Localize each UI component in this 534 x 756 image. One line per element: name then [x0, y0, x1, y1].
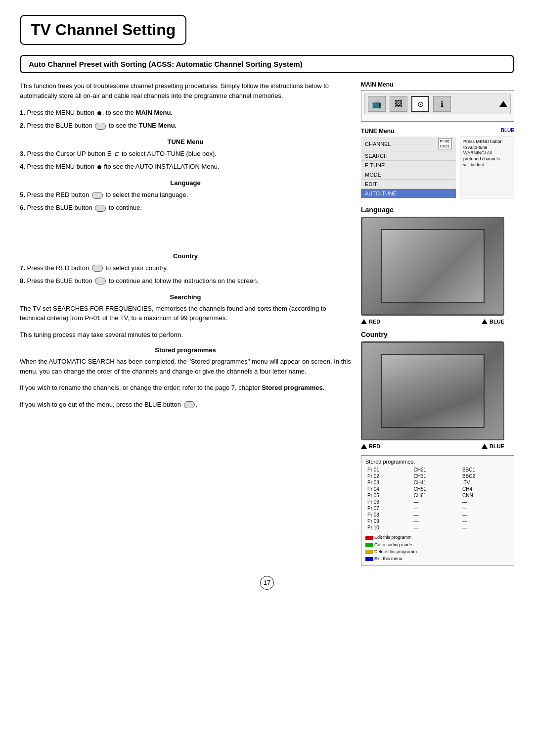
- searching-heading: Searching: [20, 293, 351, 301]
- stored-table-row: Pr 10——: [365, 524, 510, 531]
- stored-table-row: Pr 06——: [365, 499, 510, 505]
- auto-tune-note: Press MENU buttonto Auto-tuneWARNING! Al…: [460, 137, 514, 198]
- tune-area: CHANNEL Pr 06CH21 SEARCH F-TUNE MODE EDI…: [361, 137, 514, 198]
- blue-button-icon: [95, 123, 106, 130]
- language-arrows: RED BLUE: [361, 319, 504, 325]
- step-4: 4. Press the MENU button fto see the AUT…: [20, 161, 351, 172]
- cursor-up-icon: ⊏: [114, 149, 119, 159]
- language-tv-image: [361, 217, 504, 316]
- country-red-arrow-label: RED: [361, 443, 380, 449]
- page-title: TV Channel Setting: [20, 15, 186, 45]
- searching-text: The TV set SEARCHES FOR FREQUENCIES, mem…: [20, 304, 351, 323]
- step-1: 1. Press the MENU button , to see the MA…: [20, 107, 351, 118]
- country-tv-image: [361, 341, 504, 440]
- page-number: 17: [20, 576, 514, 590]
- tune-list: CHANNEL Pr 06CH21 SEARCH F-TUNE MODE EDI…: [361, 137, 456, 198]
- blue-arrow-label: BLUE: [482, 319, 504, 325]
- main-menu-label: MAIN Menu: [361, 81, 514, 88]
- country-section-label: Country: [361, 331, 514, 338]
- country-blue-arrow-label: BLUE: [482, 443, 504, 449]
- country-blue-arrow-icon: [482, 444, 488, 449]
- language-section-label: Language: [361, 206, 514, 214]
- menu-dot-icon: [97, 111, 101, 115]
- stored-heading: Stored programmes: [20, 346, 351, 354]
- step-2: 2. Press the BLUE button to see the TUNE…: [20, 120, 351, 131]
- menu-icon-info: ℹ: [433, 96, 451, 112]
- tune-menu-section: TUNE Menu BLUE CHANNEL Pr 06CH21 SEARCH …: [361, 128, 514, 198]
- legend-item: Delete this programm: [365, 548, 510, 555]
- stored-text1: When the AUTOMATIC SEARCH has been compl…: [20, 357, 351, 376]
- menu-icon-tv: 📺: [368, 96, 386, 112]
- tune-row-ftune: F-TUNE: [361, 161, 456, 170]
- step-6: 6. Press the BLUE button to continue.: [20, 202, 351, 213]
- tuning-note: This tuning process may take several min…: [20, 330, 351, 340]
- tune-row-search: SEARCH: [361, 151, 456, 161]
- main-menu-icons: 📺 🖼 ⊙ ℹ: [364, 94, 511, 114]
- legend-item: Edit this programm: [365, 534, 510, 541]
- country-heading: Country: [20, 252, 351, 260]
- stored-table-row: Pr 08——: [365, 512, 510, 518]
- stored-table-row: Pr 07——: [365, 505, 510, 512]
- tune-row-autotune: AUTO-TUNE: [361, 189, 456, 198]
- intro-text: This function frees you of troublesome c…: [20, 81, 351, 100]
- subtitle-box: Auto Channel Preset with Sorting (ACSS: …: [20, 55, 514, 73]
- tv-screen-language: [381, 229, 485, 303]
- red-button-icon2: [92, 265, 103, 272]
- stored-table-title: Stored programmes:: [365, 459, 510, 465]
- legend-item: Go to sorting mode: [365, 541, 510, 548]
- stored-legend: Edit this programmGo to sorting modeDele…: [365, 534, 510, 563]
- step-8: 8. Press the BLUE button to continue and…: [20, 276, 351, 286]
- stored-text2: If you wish to rename the channels, or c…: [20, 383, 351, 393]
- tune-menu-heading: TUNE Menu: [20, 138, 351, 145]
- tv-screen-country: [381, 354, 485, 428]
- step-7: 7. Press the RED button to select your c…: [20, 263, 351, 274]
- tune-row-mode: MODE: [361, 170, 456, 180]
- tune-row-edit: EDIT: [361, 180, 456, 189]
- arrow-pointer: [499, 101, 507, 107]
- country-red-arrow-icon: [361, 444, 367, 449]
- red-arrow-label: RED: [361, 319, 380, 325]
- main-menu-box: 📺 🖼 ⊙ ℹ: [361, 90, 514, 122]
- language-heading: Language: [20, 179, 351, 187]
- country-arrows: RED BLUE: [361, 443, 504, 449]
- stored-programmes-box: Stored programmes: Pr 01CH21BBC1Pr 02CH3…: [361, 455, 514, 566]
- step-5: 5. Press the RED button to select the me…: [20, 189, 351, 200]
- stored-table-row: Pr 03CH41ITV: [365, 479, 510, 486]
- legend-item: Exit this menu: [365, 555, 510, 562]
- menu-icon-image: 🖼: [390, 96, 407, 112]
- blue-button-icon2: [95, 205, 106, 212]
- stored-text3: If you wish to go out of the menu, press…: [20, 400, 351, 410]
- stored-table-row: Pr 01CH21BBC1: [365, 467, 510, 473]
- blue-button-icon3: [95, 278, 106, 284]
- red-button-icon: [92, 192, 103, 199]
- stored-table-row: Pr 05CH61CNN: [365, 492, 510, 499]
- menu-dot-icon2: [97, 165, 101, 169]
- tune-row-channel: CHANNEL Pr 06CH21: [361, 137, 456, 151]
- stored-table-row: Pr 02CH31BBC2: [365, 473, 510, 479]
- blue-label: BLUE: [501, 128, 514, 133]
- menu-icon-tune: ⊙: [411, 96, 429, 112]
- red-arrow-icon: [361, 319, 367, 324]
- step-3: 3. Press the Cursor UP button E ⊏ to sel…: [20, 148, 351, 159]
- stored-table-row: Pr 04CH51CH4: [365, 486, 510, 492]
- stored-table: Pr 01CH21BBC1Pr 02CH31BBC2Pr 03CH41ITVPr…: [365, 467, 510, 531]
- stored-table-row: Pr 09——: [365, 518, 510, 524]
- blue-arrow-icon: [482, 319, 488, 324]
- tune-menu-label: TUNE Menu: [361, 128, 514, 135]
- channel-badge: Pr 06CH21: [438, 138, 452, 149]
- blue-button-icon4: [184, 401, 195, 408]
